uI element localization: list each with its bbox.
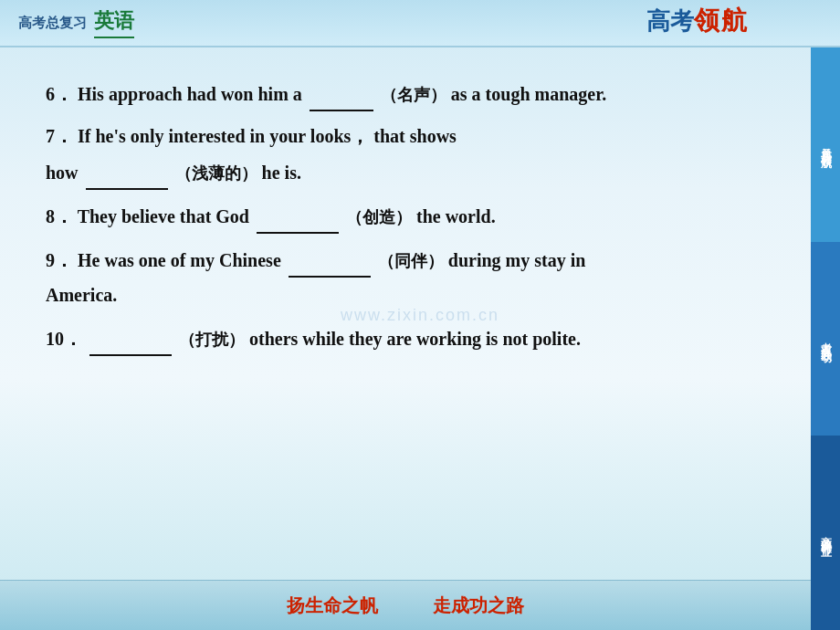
q8-text2: the world.	[416, 206, 496, 226]
q7-line2: how （浅薄的） he is.	[46, 153, 765, 190]
sidebar-label-1: 单元目标领航	[818, 139, 834, 150]
header-left: 高考总复习 英语	[0, 7, 134, 38]
q9-hint: （同伴）	[378, 252, 444, 270]
question-9: 9． He was one of my Chinese （同伴） during …	[46, 241, 765, 312]
q9-line2: America.	[46, 285, 117, 305]
question-7: 7． If he's only interested in your looks…	[46, 119, 765, 190]
q8-blank	[257, 197, 339, 234]
header-subject: 英语	[94, 7, 134, 38]
footer: 扬生命之帆 走成功之路	[0, 580, 811, 630]
q7-text1: If he's only interested in your looks， t…	[78, 126, 457, 146]
sidebar-item-1[interactable]: 单元目标领航	[811, 47, 840, 242]
q9-blank	[289, 241, 371, 278]
q10-number: 10．	[46, 329, 87, 349]
q6-number: 6．	[46, 84, 73, 104]
q9-text1: He was one of my Chinese	[78, 250, 286, 270]
q7-hint: （浅薄的）	[175, 164, 257, 183]
q10-blank	[89, 320, 172, 356]
q10-text: others while they are working is not pol…	[249, 329, 581, 349]
question-8: 8． They believe that God （创造） the world.	[46, 197, 765, 234]
q8-hint: （创造）	[346, 208, 412, 226]
q10-hint: （打扰）	[179, 331, 245, 349]
sidebar: 单元目标领航 考点双向联动 高效课时作业	[811, 47, 840, 630]
footer-text2: 走成功之路	[433, 593, 524, 618]
q6-hint: （名声）	[381, 86, 446, 104]
q8-number: 8．	[46, 206, 78, 226]
main-content: 6． His approach had won him a （名声） as a …	[0, 47, 811, 575]
sidebar-item-2[interactable]: 考点双向联动	[811, 242, 840, 436]
q7-number: 7．	[46, 126, 78, 146]
header-brand: 高考总复习	[18, 15, 87, 32]
q8-text1: They believe that God	[78, 206, 249, 226]
q7-text2: he is.	[262, 163, 301, 183]
q6-blank	[310, 75, 373, 111]
q7-how: how	[46, 163, 79, 183]
header-logo: 高考 领航	[646, 4, 749, 38]
logo-linghan: 领航	[694, 4, 749, 38]
q6-text2: as a tough manager.	[451, 84, 606, 104]
q9-number: 9．	[46, 250, 78, 270]
q7-blank	[86, 153, 168, 190]
q6-text1: His approach had won him a	[78, 84, 302, 104]
q7-line1: 7． If he's only interested in your looks…	[46, 119, 765, 153]
question-6: 6． His approach had won him a （名声） as a …	[46, 75, 765, 111]
sidebar-label-3: 高效课时作业	[818, 528, 834, 539]
q9-text2: during my stay in	[448, 250, 586, 270]
header-bar: 高考总复习 英语 高考 领航	[0, 0, 840, 47]
question-10: 10． （打扰） others while they are working i…	[46, 320, 765, 356]
sidebar-item-3[interactable]: 高效课时作业	[811, 436, 840, 630]
logo-gao: 高考	[646, 5, 694, 37]
sidebar-label-2: 考点双向联动	[818, 333, 834, 344]
footer-text1: 扬生命之帆	[287, 593, 378, 618]
